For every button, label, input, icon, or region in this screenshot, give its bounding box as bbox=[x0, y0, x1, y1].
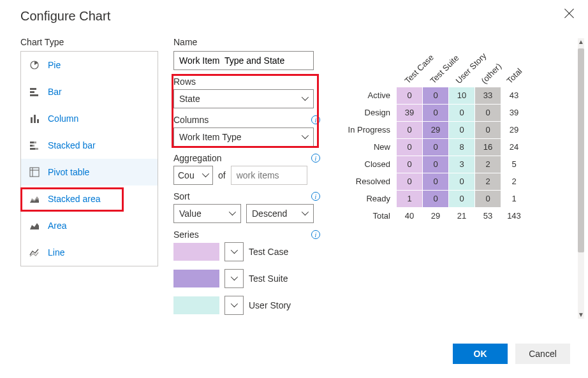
chart-type-item-label: Stacked bar bbox=[48, 140, 96, 150]
sort-direction-select[interactable]: Descend bbox=[246, 204, 314, 223]
pivot-cell: 143 bbox=[501, 208, 527, 224]
pivot-cell: 5 bbox=[501, 156, 527, 173]
aggregation-of-text: of bbox=[218, 170, 226, 180]
area-icon bbox=[29, 220, 40, 231]
pivot-column-header: User Story bbox=[448, 54, 473, 87]
series-color-swatch[interactable] bbox=[173, 296, 219, 314]
series-color-dropdown[interactable] bbox=[224, 296, 244, 315]
chart-type-item-pivot-table[interactable]: Pivot table bbox=[21, 159, 158, 185]
chart-type-item-stacked-bar[interactable]: Stacked bar bbox=[21, 132, 158, 159]
series-color-dropdown[interactable] bbox=[224, 242, 244, 261]
pivot-cell: 40 bbox=[397, 208, 422, 224]
pivot-cell: 0 bbox=[475, 105, 501, 121]
sort-label: Sort bbox=[173, 191, 190, 201]
ok-button[interactable]: OK bbox=[453, 344, 508, 364]
chart-type-item-column[interactable]: Column bbox=[21, 105, 158, 132]
rows-value: State bbox=[179, 94, 200, 104]
pivot-cell: 0 bbox=[449, 173, 474, 190]
chart-type-item-bar[interactable]: Bar bbox=[21, 78, 158, 105]
pivot-row-header: Resolved bbox=[335, 177, 397, 186]
chart-type-item-line[interactable]: Line bbox=[21, 239, 158, 266]
name-input[interactable] bbox=[173, 51, 314, 70]
columns-value: Work Item Type bbox=[179, 132, 242, 142]
pivot-cell: 0 bbox=[397, 122, 422, 138]
pivot-cell: 0 bbox=[449, 191, 474, 207]
pivot-row-header: Total bbox=[335, 211, 397, 221]
sort-by-select[interactable]: Value bbox=[173, 204, 241, 223]
pivot-row-header: Design bbox=[335, 108, 397, 117]
pivot-row: Ready10001 bbox=[335, 190, 570, 207]
pivot-cell: 0 bbox=[449, 122, 474, 138]
info-icon[interactable]: i bbox=[311, 115, 320, 124]
info-icon[interactable]: i bbox=[311, 230, 320, 239]
config-panel: Name Rows State Columns i Work Item Type… bbox=[173, 31, 320, 332]
chart-type-item-area[interactable]: Area bbox=[21, 212, 158, 239]
series-row: Test Case bbox=[173, 242, 320, 261]
pivot-cell: 39 bbox=[501, 105, 527, 121]
aggregation-field-input[interactable] bbox=[231, 166, 307, 185]
chart-type-item-label: Pivot table bbox=[48, 167, 89, 177]
chart-type-item-pie[interactable]: Pie bbox=[21, 52, 158, 78]
pivot-cell: 0 bbox=[449, 105, 474, 121]
pivot-cell: 0 bbox=[423, 156, 448, 173]
chart-type-item-label: Bar bbox=[48, 87, 62, 97]
close-icon[interactable] bbox=[564, 8, 575, 19]
series-row: User Story bbox=[173, 296, 320, 315]
svg-rect-6 bbox=[37, 119, 39, 123]
rows-select[interactable]: State bbox=[173, 89, 314, 108]
pivot-column-header: Test Case bbox=[397, 54, 422, 87]
chart-type-label: Chart Type bbox=[20, 37, 158, 47]
pivot-cell: 33 bbox=[475, 87, 501, 104]
pivot-cell: 43 bbox=[501, 87, 527, 104]
aggregation-select[interactable]: Cou bbox=[173, 166, 213, 185]
series-color-swatch[interactable] bbox=[173, 270, 219, 287]
pivot-row: Resolved00022 bbox=[335, 173, 570, 190]
cancel-button[interactable]: Cancel bbox=[515, 344, 570, 364]
sort-direction-value: Descend bbox=[252, 208, 287, 219]
stacked-bar-icon bbox=[29, 140, 40, 151]
chevron-down-icon bbox=[302, 134, 308, 140]
name-label: Name bbox=[173, 37, 320, 47]
pivot-header-row: Test CaseTest SuiteUser Story(other)Tota… bbox=[335, 54, 570, 87]
svg-rect-10 bbox=[33, 145, 34, 147]
chart-type-item-label: Column bbox=[48, 113, 78, 124]
svg-rect-5 bbox=[34, 115, 36, 123]
pivot-cell: 2 bbox=[475, 173, 501, 190]
line-icon bbox=[29, 247, 40, 258]
sort-by-value: Value bbox=[179, 208, 202, 219]
series-color-dropdown[interactable] bbox=[224, 269, 244, 288]
aggregation-label: Aggregation bbox=[173, 153, 222, 163]
pivot-cell: 21 bbox=[449, 208, 474, 224]
svg-rect-9 bbox=[30, 145, 33, 147]
series-row: Test Suite bbox=[173, 269, 320, 288]
pivot-cell: 0 bbox=[423, 191, 448, 207]
pivot-cell: 8 bbox=[449, 139, 474, 156]
info-icon[interactable]: i bbox=[311, 192, 320, 201]
pivot-cell: 24 bbox=[501, 139, 527, 156]
rows-label: Rows bbox=[173, 76, 196, 87]
scrollbar-up-arrow[interactable]: ▲ bbox=[577, 38, 585, 46]
columns-select[interactable]: Work Item Type bbox=[173, 127, 314, 147]
pivot-cell: 0 bbox=[423, 87, 448, 104]
pivot-cell: 1 bbox=[501, 191, 527, 207]
series-color-swatch[interactable] bbox=[173, 243, 219, 261]
pivot-row: Active00103343 bbox=[335, 87, 570, 104]
pivot-row: Total40292153143 bbox=[335, 207, 570, 224]
pivot-table-icon bbox=[29, 166, 40, 178]
scrollbar-thumb[interactable] bbox=[578, 48, 584, 252]
chevron-down-icon bbox=[302, 96, 308, 102]
chart-type-item-label: Pie bbox=[48, 60, 61, 70]
bar-icon bbox=[29, 86, 40, 98]
pivot-cell: 2 bbox=[475, 156, 501, 173]
column-icon bbox=[29, 113, 40, 124]
series-label: User Story bbox=[249, 300, 291, 310]
svg-rect-2 bbox=[30, 91, 34, 93]
chart-type-item-stacked-area[interactable]: Stacked area bbox=[21, 185, 158, 212]
pivot-row-header: New bbox=[335, 142, 397, 152]
pivot-cell: 0 bbox=[475, 122, 501, 138]
pivot-row: In Progress0290029 bbox=[335, 121, 570, 138]
svg-rect-4 bbox=[31, 117, 33, 123]
scrollbar-down-arrow[interactable]: ▼ bbox=[577, 311, 585, 319]
pivot-cell: 0 bbox=[397, 173, 422, 190]
info-icon[interactable]: i bbox=[311, 154, 320, 163]
